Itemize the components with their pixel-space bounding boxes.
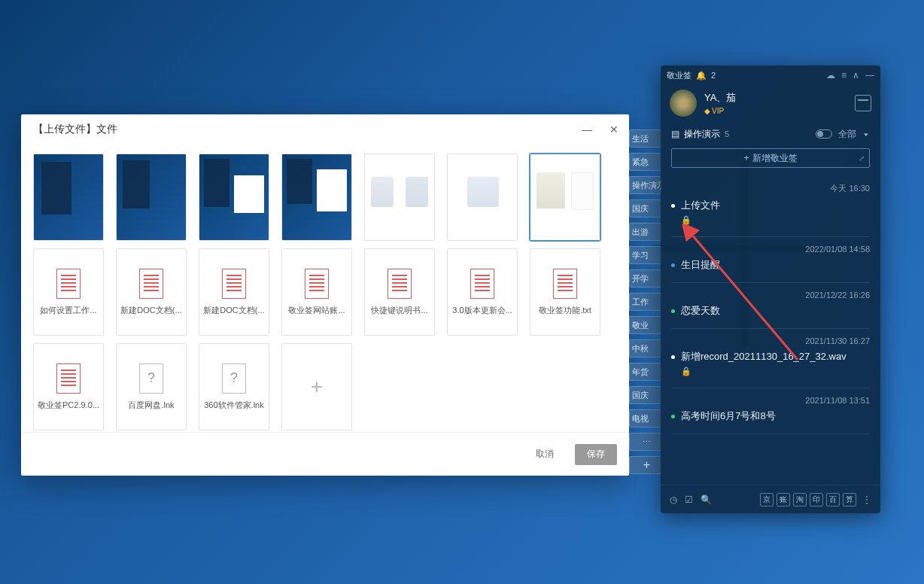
category-tag[interactable]: 操作演示 xyxy=(629,176,662,194)
dialog-footer: 取消 保存 xyxy=(21,432,629,476)
more-tags-button[interactable]: ⋯ xyxy=(629,433,662,451)
file-doc-item[interactable]: 敬业签功能.txt xyxy=(530,248,600,336)
sticky-notes-app: 敬业签 🔔 2 ☁ ≡ ∧ — YA、茄 ◆ VIP ▤ 操作演示 5 全部 ▼ xyxy=(661,65,880,513)
file-doc-item[interactable]: 360软件管家.lnk xyxy=(199,343,269,430)
category-tag[interactable]: 生活 xyxy=(629,129,662,148)
minimize-button[interactable]: — xyxy=(578,120,596,138)
thumbnail-image xyxy=(117,154,186,240)
file-thumbnail[interactable] xyxy=(281,154,352,241)
note-content-row: 恋爱天数 xyxy=(671,304,870,318)
file-thumbnail[interactable] xyxy=(530,154,600,241)
status-dot xyxy=(671,263,675,267)
file-label: 敬业签PC2.9.0... xyxy=(38,400,99,411)
file-thumbnail[interactable] xyxy=(33,154,104,241)
category-tag[interactable]: 国庆 xyxy=(629,199,662,217)
file-doc-item[interactable]: 如何设置工作... xyxy=(33,248,104,336)
save-button[interactable]: 保存 xyxy=(575,444,617,465)
category-tag[interactable]: 电视 xyxy=(629,409,662,427)
note-item[interactable]: 2022/01/08 14:58生日提醒 xyxy=(671,237,870,283)
file-thumbnail[interactable] xyxy=(199,154,269,241)
file-thumbnail[interactable] xyxy=(116,154,187,241)
file-doc-item[interactable]: 新建DOC文档(... xyxy=(116,248,187,336)
add-file-button[interactable]: + xyxy=(281,343,352,430)
category-tags-column: 生活紧急操作演示国庆出游学习开学工作敬业中秋年货国庆电视⋯+ xyxy=(629,129,662,474)
category-tag[interactable]: 出游 xyxy=(629,223,662,241)
file-label: 敬业签网站账... xyxy=(288,305,345,316)
note-timestamp: 今天 16:30 xyxy=(671,183,870,194)
shortcut-button[interactable]: 印 xyxy=(810,493,823,506)
search-icon[interactable]: 🔍 xyxy=(701,494,712,505)
category-tag[interactable]: 国庆 xyxy=(629,386,662,404)
category-tag[interactable]: 中秋 xyxy=(629,339,662,357)
dialog-window-controls: — ✕ xyxy=(578,120,623,138)
check-icon[interactable]: ☑ xyxy=(685,494,693,505)
note-item[interactable]: 2021/11/08 13:51高考时间6月7号和8号 xyxy=(671,388,870,434)
diamond-icon: ◆ xyxy=(704,107,710,115)
file-label: 百度网盘.lnk xyxy=(128,400,174,411)
calendar-icon[interactable] xyxy=(855,95,871,111)
add-tag-button[interactable]: + xyxy=(629,456,662,474)
category-tag[interactable]: 学习 xyxy=(629,246,662,264)
cloud-sync-icon[interactable]: ☁ xyxy=(826,70,835,81)
shortcut-button[interactable]: 百 xyxy=(826,493,840,506)
collapse-icon[interactable]: ∧ xyxy=(853,70,859,81)
file-doc-item[interactable]: 敬业签网站账... xyxy=(281,248,352,336)
note-item[interactable]: 2021/12/22 16:26恋爱天数 xyxy=(671,283,870,329)
note-content-row: 上传文件 xyxy=(671,199,870,212)
category-tag[interactable]: 敬业 xyxy=(629,316,662,334)
file-doc-item[interactable]: 百度网盘.lnk xyxy=(116,343,187,430)
close-button[interactable]: ✕ xyxy=(605,120,623,138)
file-doc-item[interactable]: 新建DOC文档(... xyxy=(199,248,269,336)
more-shortcuts-icon[interactable]: ⋮ xyxy=(862,494,871,505)
chevron-down-icon[interactable]: ▼ xyxy=(862,132,870,137)
avatar[interactable] xyxy=(670,90,697,117)
dialog-body: 如何设置工作...新建DOC文档(...新建DOC文档(...敬业签网站账...… xyxy=(21,144,629,432)
file-label: 新建DOC文档(... xyxy=(203,305,264,316)
shortcut-button[interactable]: 京 xyxy=(760,493,774,506)
document-icon xyxy=(388,269,412,299)
category-tag[interactable]: 年货 xyxy=(629,363,662,381)
note-text: 高考时间6月7号和8号 xyxy=(681,409,776,423)
user-name: YA、茄 xyxy=(704,91,736,105)
file-doc-item[interactable]: 3.0版本更新会... xyxy=(447,248,518,336)
file-doc-item[interactable]: 敬业签PC2.9.0... xyxy=(33,343,104,430)
document-icon xyxy=(56,269,81,299)
document-icon xyxy=(139,269,163,299)
app-minimize-icon[interactable]: — xyxy=(865,70,874,81)
file-grid: 如何设置工作...新建DOC文档(...新建DOC文档(...敬业签网站账...… xyxy=(33,154,617,430)
notification-count: 2 xyxy=(711,71,716,80)
thumbnail-image xyxy=(199,154,269,240)
category-tag[interactable]: 紧急 xyxy=(629,153,662,171)
category-tag[interactable]: 工作 xyxy=(629,293,662,311)
file-label: 快捷键说明书... xyxy=(371,305,427,316)
shortcut-button[interactable]: 算 xyxy=(843,493,856,506)
shortcut-button[interactable]: 账 xyxy=(777,493,790,506)
file-label: 如何设置工作... xyxy=(40,305,96,316)
note-item[interactable]: 2021/11/30 16:27新增record_20211130_16_27_… xyxy=(671,329,870,388)
thumbnail-image xyxy=(530,154,600,240)
note-timestamp: 2021/11/08 13:51 xyxy=(671,396,870,405)
add-note-button[interactable]: + 新增敬业签 ⤢ xyxy=(671,148,870,168)
file-label: 3.0版本更新会... xyxy=(452,305,512,316)
user-info: YA、茄 ◆ VIP xyxy=(704,91,736,115)
menu-icon[interactable]: ≡ xyxy=(841,70,846,81)
shortcut-button[interactable]: 淘 xyxy=(793,493,807,506)
footer-left-icons: ◷ ☑ 🔍 xyxy=(670,494,712,505)
lock-icon: 🔒 xyxy=(681,215,691,225)
app-name: 敬业签 xyxy=(667,70,691,81)
note-item[interactable]: 今天 16:30上传文件🔒 xyxy=(671,175,870,237)
category-tag[interactable]: 开学 xyxy=(629,269,662,287)
view-toggle[interactable] xyxy=(816,129,832,138)
document-icon xyxy=(222,269,246,299)
note-text: 生日提醒 xyxy=(681,258,720,272)
app-header-controls: ☁ ≡ ∧ — xyxy=(826,70,874,81)
file-thumbnail[interactable] xyxy=(447,154,518,241)
cancel-button[interactable]: 取消 xyxy=(524,444,566,465)
bell-icon[interactable]: 🔔 xyxy=(696,71,707,81)
unknown-file-icon xyxy=(139,363,163,394)
filter-label[interactable]: 全部 xyxy=(838,128,856,141)
clock-icon[interactable]: ◷ xyxy=(670,494,677,505)
note-content-row: 新增record_20211130_16_27_32.wav xyxy=(671,350,870,363)
file-thumbnail[interactable] xyxy=(364,154,435,241)
file-doc-item[interactable]: 快捷键说明书... xyxy=(364,248,435,336)
